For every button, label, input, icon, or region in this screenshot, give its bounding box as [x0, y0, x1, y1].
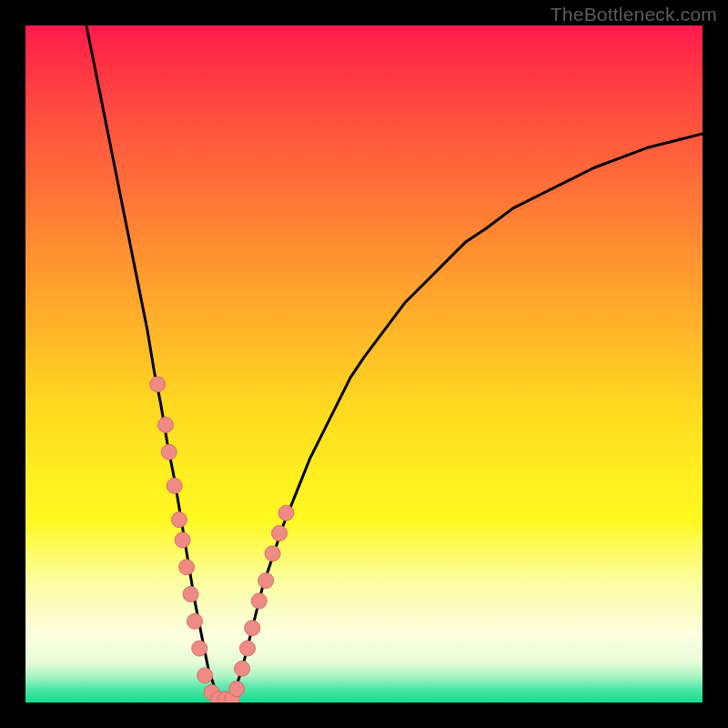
data-point — [229, 682, 245, 697]
watermark-text: TheBottleneck.com — [551, 4, 717, 25]
data-point — [167, 478, 182, 493]
data-point — [175, 532, 190, 548]
bottleneck-chart — [25, 25, 703, 703]
data-point — [150, 377, 166, 392]
data-point — [192, 641, 207, 656]
data-point — [171, 512, 187, 528]
data-point — [179, 560, 195, 575]
data-point — [158, 417, 174, 432]
data-point — [278, 505, 294, 521]
data-point — [235, 661, 250, 676]
data-point — [258, 573, 274, 589]
chart-frame: TheBottleneck.com — [0, 0, 728, 728]
data-point — [183, 586, 198, 602]
data-point — [251, 593, 267, 609]
data-point — [240, 641, 256, 656]
bottleneck-curve — [86, 25, 703, 699]
data-point — [265, 546, 280, 561]
data-point — [161, 444, 177, 460]
data-point — [197, 668, 213, 683]
data-point — [187, 613, 203, 629]
data-point — [272, 526, 288, 541]
chart-svg — [25, 25, 703, 703]
data-point — [245, 621, 260, 636]
